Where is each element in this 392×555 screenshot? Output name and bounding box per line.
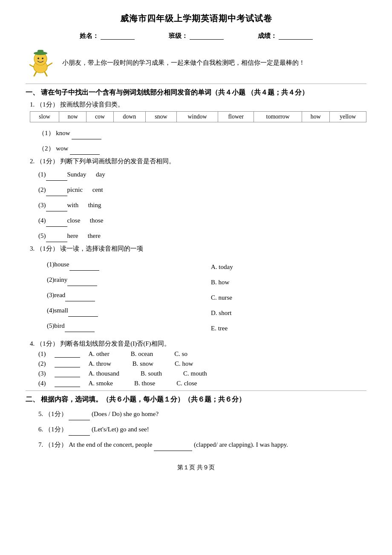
score-label: 成绩：	[258, 32, 277, 40]
word-cell: cow	[86, 112, 113, 122]
q4-options-2: A. throw B. snow C. how	[89, 360, 367, 367]
q2-item-5: (5)here there	[38, 229, 366, 242]
q3-blank-5	[65, 325, 95, 332]
q4-2b: B. snow	[133, 360, 153, 367]
q4-item-1: (1) A. other B. ocean C. so	[38, 350, 366, 358]
q4-2a: A. throw	[89, 360, 111, 367]
section2-title-text: 二、 根据内容，选词填。（共６小题，每小题１分）（共６题；共６分）	[26, 395, 245, 404]
section2-title: 二、 根据内容，选词填。（共６小题，每小题１分）（共６题；共６分）	[26, 395, 366, 404]
q4-item-4: (4) A. smoke B. those C. close	[38, 380, 366, 387]
intro-text: 小朋友，带上你一段时间的学习成果，一起来做个自我检测吧，相信你一定是最棒的！	[62, 57, 305, 69]
section1-title-text: 一、 请在句子中找出一个含有与例词划线部分相同发音的单词（共４小题 （共４题；共…	[26, 88, 308, 97]
word-table-row: slownowcowdownsnowwindowflowertomorrowho…	[30, 112, 366, 122]
q3-option-b: B. how	[211, 276, 366, 289]
q7-blank	[154, 444, 192, 451]
q6-blank	[69, 429, 90, 436]
word-cell: now	[59, 112, 86, 122]
question-2: 2. （1分） 判断下列单词画线部分的发音是否相同。 (1)Sunday day…	[30, 157, 366, 242]
q4-3c: C. mouth	[183, 370, 207, 377]
word-table: slownowcowdownsnowwindowflowertomorrowho…	[30, 111, 366, 122]
name-field: 姓名：	[80, 32, 135, 40]
q3-item-5: (5)bird	[47, 319, 202, 332]
q2-item-2: (2)picnic cent	[38, 183, 366, 196]
q3-blank-3	[65, 295, 95, 301]
question-7: 7. （1分） At the end of the concert, peopl…	[30, 438, 366, 451]
svg-line-9	[47, 63, 52, 66]
q4-4b: B. those	[134, 380, 155, 387]
q4-header: 4. （1分） 判断各组划线部分发音是(I)否(F)相同。	[30, 340, 366, 348]
q1-item-1: （1） know	[38, 127, 366, 139]
q3-left: (1)house (2)rainy (3)read (4)small (5)bi…	[38, 255, 202, 337]
q4-num-4: (4)	[38, 380, 46, 387]
q4-2c: C. how	[175, 360, 193, 367]
question-3: 3. （1分） 读一读，选择读音相同的一项 (1)house (2)rainy …	[30, 245, 366, 337]
q4-options-1: A. other B. ocean C. so	[89, 350, 367, 358]
q3-blank-2	[67, 279, 97, 286]
word-cell: how	[302, 112, 329, 122]
q4-blank-4	[55, 380, 80, 387]
q4-num-1: (1)	[38, 350, 46, 358]
q4-1c: C. so	[174, 350, 187, 358]
q3-option-e: E. tree	[211, 322, 366, 335]
q2-blank-1	[46, 174, 67, 181]
svg-line-6	[34, 72, 36, 76]
svg-point-5	[42, 58, 43, 59]
q5-item: 5. （1分） (Does / Do) she go home?	[38, 408, 366, 420]
word-cell: yellow	[329, 112, 366, 122]
q2-header: 2. （1分） 判断下列单词画线部分的发音是否相同。	[30, 157, 366, 165]
q3-option-c: C. nurse	[211, 291, 366, 304]
word-cell: flower	[218, 112, 254, 122]
q7-item: 7. （1分） At the end of the concert, peopl…	[38, 438, 366, 451]
q4-blank-1	[55, 351, 80, 358]
q4-num-2: (2)	[38, 360, 46, 367]
word-cell: snow	[146, 112, 177, 122]
footer-text: 第１页 共９页	[177, 464, 215, 471]
q4-blank-3	[55, 370, 80, 377]
q4-num-3: (3)	[38, 370, 46, 377]
q1-item-2: （2） wow	[38, 142, 366, 155]
q4-1a: A. other	[89, 350, 110, 358]
question-4: 4. （1分） 判断各组划线部分发音是(I)否(F)相同。 (1) A. oth…	[30, 340, 366, 387]
q2-blank-5	[46, 235, 67, 242]
q2-item-4: (4)close those	[38, 214, 366, 227]
q3-right: A. today B. how C. nurse D. short E. tre…	[202, 255, 366, 337]
q2-blank-4	[46, 220, 67, 227]
q4-options-3: A. thousand B. south C. mouth	[89, 370, 367, 377]
info-row: 姓名： 班级： 成绩：	[26, 32, 366, 40]
svg-line-7	[45, 72, 47, 76]
q3-item-3: (3)read	[47, 289, 202, 301]
q4-item-2: (2) A. throw B. snow C. how	[38, 360, 366, 367]
page-footer: 第１页 共９页	[26, 464, 366, 471]
q4-1b: B. ocean	[131, 350, 153, 358]
score-field: 成绩：	[258, 32, 313, 40]
divider-2	[26, 390, 366, 391]
q4-4c: C. close	[176, 380, 197, 387]
question-1: 1. （1分） 按画线部分读音归类。 slownowcowdownsnowwin…	[30, 101, 366, 155]
score-blank	[279, 33, 313, 40]
q3-blank-1	[69, 264, 99, 271]
mascot-image	[26, 48, 55, 78]
page-title: 威海市四年级上学期英语期中考试试卷	[26, 13, 366, 24]
q2-blank-2	[46, 189, 67, 196]
q1-blank-2	[70, 148, 100, 155]
word-cell: window	[176, 112, 218, 122]
q1-header: 1. （1分） 按画线部分读音归类。	[30, 101, 366, 109]
q6-item: 6. （1分） (Let's/Let) go and see!	[38, 423, 366, 436]
question-5: 5. （1分） (Does / Do) she go home?	[30, 408, 366, 420]
mascot-row: 小朋友，带上你一段时间的学习成果，一起来做个自我检测吧，相信你一定是最棒的！	[26, 48, 366, 78]
word-cell: slow	[30, 112, 59, 122]
q1-blank-1	[72, 133, 101, 139]
q2-item-1: (1)Sunday day	[38, 168, 366, 181]
q4-4a: A. smoke	[89, 380, 113, 387]
question-6: 6. （1分） (Let's/Let) go and see!	[30, 423, 366, 436]
q3-header: 3. （1分） 读一读，选择读音相同的一项	[30, 245, 366, 253]
q4-3a: A. thousand	[89, 370, 120, 377]
q3-item-4: (4)small	[47, 304, 202, 317]
q5-blank	[69, 413, 90, 420]
class-label: 班级：	[169, 32, 188, 40]
q2-blank-3	[46, 205, 67, 211]
word-cell: down	[113, 112, 145, 122]
q4-item-3: (3) A. thousand B. south C. mouth	[38, 370, 366, 377]
q3-blank-4	[68, 310, 98, 317]
q4-options-4: A. smoke B. those C. close	[89, 380, 367, 387]
